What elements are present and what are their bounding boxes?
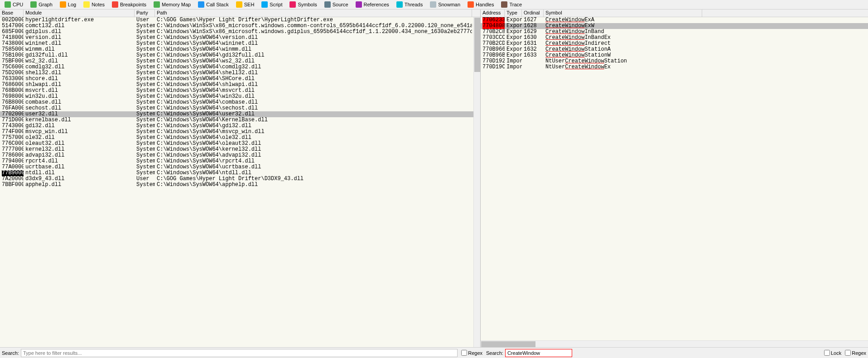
tab-references[interactable]: References <box>352 0 392 9</box>
module-row[interactable]: 768B0000msvcrt.dllSystemC:\Windows\SysWO… <box>0 88 480 94</box>
module-row[interactable]: 7A200000d3dx9_43.dllUserC:\GOG Games\Hyp… <box>0 176 480 182</box>
module-row[interactable]: 774F0000msvcp_win.dllSystemC:\Windows\Sy… <box>0 129 480 135</box>
lock-checkbox[interactable] <box>824 350 830 356</box>
symbol-row[interactable]: 770D1920ImportNtUserCreateWindowStation <box>481 58 868 64</box>
cell-path: C:\Windows\WinSxS\x86_microsoft.windows.… <box>155 23 472 29</box>
cell-party: System <box>135 153 155 158</box>
memmap-icon <box>154 1 160 8</box>
scrollbar-vertical[interactable] <box>473 17 480 347</box>
module-row[interactable]: 75BF0000ws2_32.dllSystemC:\Windows\SysWO… <box>0 58 480 64</box>
tab-log[interactable]: Log <box>57 0 79 9</box>
tab-threads[interactable]: Threads <box>393 0 426 9</box>
tab-label: References <box>364 2 389 7</box>
column-header-module[interactable]: Module <box>24 10 135 17</box>
module-row[interactable]: 75B10000gdi32full.dllSystemC:\Windows\Sy… <box>0 53 480 58</box>
cell-party: System <box>135 35 155 41</box>
column-header-sym[interactable]: Symbol <box>544 10 702 17</box>
tab-trace[interactable]: Trace <box>498 0 525 9</box>
module-row[interactable]: 76330000shcore.dllSystemC:\Windows\SysWO… <box>0 76 480 82</box>
modules-search-input[interactable] <box>21 349 458 357</box>
module-row[interactable]: 76860000shlwapi.dllSystemC:\Windows\SysW… <box>0 82 480 88</box>
cell-base: 77570000 <box>0 135 24 141</box>
tab-seh[interactable]: SEH <box>233 0 258 9</box>
column-header-type[interactable]: Type <box>505 10 522 17</box>
cell-path: C:\GOG Games\Hyper Light Drifter\HyperLi… <box>155 17 472 23</box>
tab-label: Handles <box>476 2 494 7</box>
symbol-row[interactable]: 770B2C80Export1629CreateWindowInBand <box>481 29 868 35</box>
tab-memmap[interactable]: Memory Map <box>150 0 194 9</box>
module-row[interactable]: 77B90000ntdll.dllSystemC:\Windows\SysWOW… <box>0 170 480 176</box>
module-row[interactable]: 76FA0000sechost.dllSystemC:\Windows\SysW… <box>0 105 480 111</box>
module-row[interactable]: 74380000wininet.dllSystemC:\Windows\SysW… <box>0 41 480 47</box>
cell-module: advapi32.dll <box>24 153 135 158</box>
cell-addr: 77048080 <box>481 23 505 29</box>
cell-party: System <box>135 53 155 58</box>
module-row[interactable]: 7BBF0000apphelp.dllSystemC:\Windows\SysW… <box>0 182 480 188</box>
cell-sym: CreateWindowStationA <box>544 47 702 53</box>
symbol-row[interactable]: 770B2CD0Export1631CreateWindowIndirect <box>481 41 868 47</box>
tab-handles[interactable]: Handles <box>464 0 497 9</box>
cell-module: user32.dll <box>24 111 135 117</box>
module-row[interactable]: 75850000winmm.dllSystemC:\Windows\SysWOW… <box>0 47 480 53</box>
modules-regex-checkbox[interactable] <box>461 350 467 356</box>
column-header-ord[interactable]: Ordinal <box>522 10 544 17</box>
modules-table[interactable]: 002D0000hyperlightdrifter.exeUserC:\GOG … <box>0 17 480 347</box>
tab-graph[interactable]: Graph <box>27 0 56 9</box>
tab-label: Graph <box>39 2 53 7</box>
tab-snowman[interactable]: Snowman <box>427 0 463 9</box>
module-row[interactable]: 76B80000combase.dllSystemC:\Windows\SysW… <box>0 100 480 105</box>
cell-module: win32u.dll <box>24 94 135 100</box>
tab-source[interactable]: Source <box>321 0 352 9</box>
cell-base: 75B10000 <box>0 53 24 58</box>
symbol-row[interactable]: 770B9660Export1632CreateWindowStationA <box>481 47 868 53</box>
cell-base: 76B80000 <box>0 100 24 105</box>
cell-path: C:\Windows\SysWOW64\comdlg32.dll <box>155 64 472 70</box>
column-header-addr[interactable]: Address <box>481 10 505 17</box>
module-row[interactable]: 77940000rpcrt4.dllSystemC:\Windows\SysWO… <box>0 158 480 164</box>
tab-script[interactable]: Script <box>258 0 285 9</box>
tab-symbols[interactable]: Symbols <box>286 0 320 9</box>
symbol-row[interactable]: 770D19C0ImportNtUserCreateWindowEx <box>481 64 868 70</box>
column-header-path[interactable]: Path <box>155 10 472 17</box>
tab-label: CPU <box>13 2 23 7</box>
tab-callstack[interactable]: Call Stack <box>195 0 232 9</box>
tab-cpu[interactable]: CPU <box>1 0 26 9</box>
module-row[interactable]: 771D0000kernelbase.dllSystemC:\Windows\S… <box>0 117 480 123</box>
symbol-row[interactable]: 7703CCC0Export1630CreateWindowInBandEx <box>481 35 868 41</box>
tab-label: Script <box>270 2 282 7</box>
tab-breakpoints[interactable]: Breakpoints <box>109 0 149 9</box>
tab-label: Log <box>68 2 76 7</box>
cell-type: Export <box>505 35 522 41</box>
cell-type: Export <box>505 29 522 35</box>
cell-party: System <box>135 135 155 141</box>
cell-sym: CreateWindowInBandEx <box>544 35 702 41</box>
scrollbar-horizontal[interactable] <box>481 340 868 347</box>
symbols-search-input[interactable] <box>505 349 572 357</box>
module-row[interactable]: 77A00000ucrtbase.dllSystemC:\Windows\Sys… <box>0 164 480 170</box>
symbol-row[interactable]: 77048080Export1628CreateWindowExW <box>481 23 868 29</box>
module-row[interactable]: 74180000version.dllSystemC:\Windows\SysW… <box>0 35 480 41</box>
module-row[interactable]: 77570000ole32.dllSystemC:\Windows\SysWOW… <box>0 135 480 141</box>
symbols-table[interactable]: 77062330Export1627CreateWindowExA7704808… <box>481 17 868 340</box>
module-row[interactable]: 77860000advapi32.dllSystemC:\Windows\Sys… <box>0 153 480 158</box>
symbols-regex-checkbox[interactable] <box>845 350 851 356</box>
cell-addr: 770B2CD0 <box>481 41 505 47</box>
module-row[interactable]: 76980000win32u.dllSystemC:\Windows\SysWO… <box>0 94 480 100</box>
column-header-party[interactable]: Party <box>135 10 155 17</box>
log-icon <box>60 1 66 8</box>
column-header-base[interactable]: Base <box>0 10 24 17</box>
module-row[interactable]: 77770000kernel32.dllSystemC:\Windows\Sys… <box>0 147 480 153</box>
module-row[interactable]: 51470000comctl32.dllSystemC:\Windows\Win… <box>0 23 480 29</box>
tab-notes[interactable]: Notes <box>80 0 108 9</box>
cell-base: 002D0000 <box>0 17 24 23</box>
module-row[interactable]: 77020000user32.dllSystemC:\Windows\SysWO… <box>0 111 480 117</box>
symbol-row[interactable]: 77062330Export1627CreateWindowExA <box>481 17 868 23</box>
module-row[interactable]: 685F0000gdiplus.dllSystemC:\Windows\WinS… <box>0 29 480 35</box>
module-row[interactable]: 75C60000comdlg32.dllSystemC:\Windows\Sys… <box>0 64 480 70</box>
symbol-row[interactable]: 770B96B0Export1633CreateWindowStationW <box>481 53 868 58</box>
module-row[interactable]: 776C0000oleaut32.dllSystemC:\Windows\Sys… <box>0 141 480 147</box>
module-row[interactable]: 002D0000hyperlightdrifter.exeUserC:\GOG … <box>0 17 480 23</box>
breakpoints-icon <box>112 1 118 8</box>
module-row[interactable]: 77430000gdi32.dllSystemC:\Windows\SysWOW… <box>0 123 480 129</box>
module-row[interactable]: 75D20000shell32.dllSystemC:\Windows\SysW… <box>0 70 480 76</box>
